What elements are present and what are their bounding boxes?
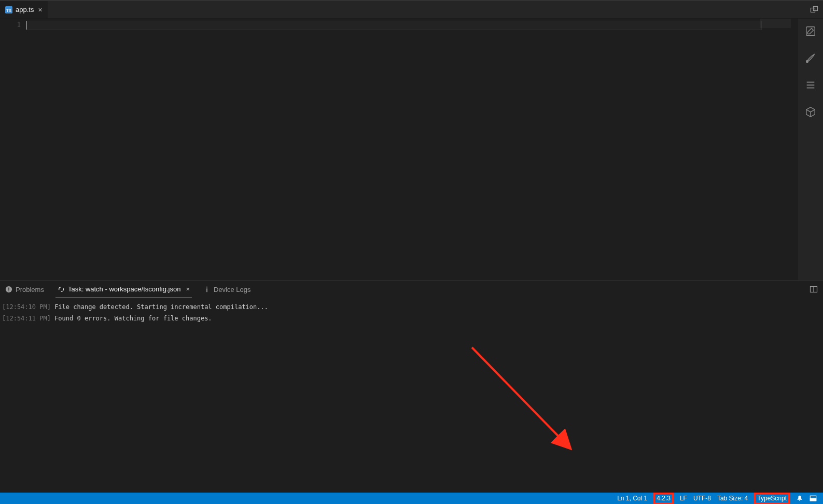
panel-tab-task[interactable]: Task: watch - workspace/tsconfig.json ×: [55, 281, 192, 298]
status-tab-size-label: Tab Size: 4: [717, 495, 748, 502]
status-eol-label: LF: [680, 495, 687, 502]
brush-icon[interactable]: [803, 51, 818, 65]
editor-tab-label: app.ts: [16, 6, 34, 13]
editor-tab-active[interactable]: TS app.ts ×: [0, 1, 48, 18]
status-ts-version[interactable]: 4.2.3: [650, 493, 677, 504]
editor-middle: 1: [0, 19, 823, 280]
svg-point-5: [806, 61, 808, 63]
panel-tab-strip: Problems Task: watch - workspace/tsconfi…: [0, 281, 823, 298]
status-encoding[interactable]: UTF-8: [690, 493, 714, 504]
status-bar: Ln 1, Col 1 4.2.3 LF UTF-8 Tab Size: 4 T…: [0, 493, 823, 504]
code-area[interactable]: [26, 19, 798, 280]
panel-tab-problems[interactable]: Problems: [3, 281, 46, 298]
right-toolbar: [798, 19, 823, 280]
svg-rect-3: [814, 6, 818, 10]
svg-rect-13: [206, 287, 207, 288]
log-timestamp: [12:54:10 PM]: [2, 303, 51, 311]
svg-rect-10: [8, 288, 9, 290]
status-bell-icon[interactable]: [793, 493, 806, 504]
caret: [26, 21, 27, 30]
editor-area[interactable]: 1: [0, 19, 798, 280]
log-line: [12:54:10 PM] File change detected. Star…: [2, 301, 821, 313]
panel-tab-task-label: Task: watch - workspace/tsconfig.json: [68, 285, 180, 293]
svg-text:TS: TS: [6, 8, 11, 12]
status-layout-icon[interactable]: [806, 493, 820, 504]
info-icon: [203, 286, 211, 293]
panel-tab-problems-label: Problems: [16, 286, 44, 293]
log-message: Found 0 errors. Watching for file change…: [51, 315, 212, 322]
app-root: TS app.ts × 1: [0, 0, 823, 504]
log-timestamp: [12:54:11 PM]: [2, 315, 51, 322]
log-message: File change detected. Starting increment…: [51, 303, 268, 311]
edit-icon[interactable]: [803, 24, 818, 38]
svg-rect-11: [8, 290, 9, 291]
spinner-icon: [58, 286, 65, 293]
panel-tab-device-logs-label: Device Logs: [214, 286, 251, 293]
svg-rect-14: [206, 288, 207, 292]
annotation-highlight-box: TypeScript: [754, 493, 790, 504]
panel-tab-device-logs[interactable]: Device Logs: [201, 281, 253, 298]
line-number: 1: [0, 21, 21, 28]
package-icon[interactable]: [803, 105, 818, 119]
status-ln-col-label: Ln 1, Col 1: [617, 495, 647, 502]
typescript-file-icon: TS: [5, 6, 12, 13]
split-panel-icon[interactable]: [807, 283, 820, 296]
svg-line-17: [472, 347, 568, 446]
list-icon[interactable]: [803, 78, 818, 92]
status-ts-version-label: 4.2.3: [657, 495, 671, 502]
status-eol[interactable]: LF: [677, 493, 690, 504]
editor-tab-strip: TS app.ts ×: [0, 1, 823, 19]
panel-body[interactable]: [12:54:10 PM] File change detected. Star…: [0, 298, 823, 493]
status-language-label: TypeScript: [757, 495, 787, 502]
compare-changes-icon[interactable]: [805, 1, 823, 19]
annotation-arrow: [467, 342, 581, 493]
status-encoding-label: UTF-8: [693, 495, 711, 502]
annotation-highlight-box: 4.2.3: [653, 493, 674, 504]
minimap[interactable]: [760, 19, 791, 28]
status-language[interactable]: TypeScript: [751, 493, 793, 504]
close-panel-tab-icon[interactable]: ×: [186, 285, 190, 293]
status-ln-col[interactable]: Ln 1, Col 1: [614, 493, 650, 504]
line-gutter: 1: [0, 19, 26, 280]
svg-rect-2: [811, 8, 815, 12]
bottom-panel: Problems Task: watch - workspace/tsconfi…: [0, 280, 823, 493]
problems-icon: [5, 286, 12, 293]
current-line-highlight: [26, 21, 762, 30]
close-tab-icon[interactable]: ×: [38, 6, 42, 14]
svg-point-12: [59, 287, 64, 291]
svg-rect-19: [810, 498, 816, 501]
log-line: [12:54:11 PM] Found 0 errors. Watching f…: [2, 313, 821, 324]
status-tab-size[interactable]: Tab Size: 4: [714, 493, 751, 504]
